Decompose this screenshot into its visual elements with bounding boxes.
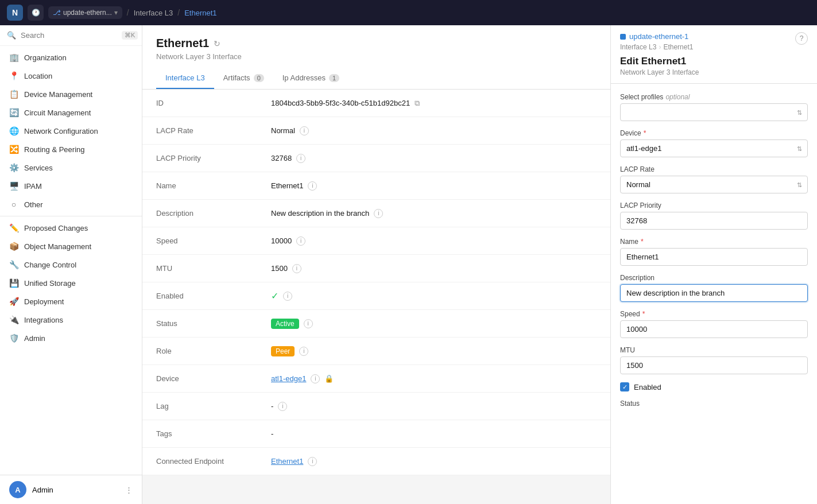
- device-select[interactable]: atl1-edge1: [620, 139, 808, 157]
- content-area: Ethernet1 ↻ Network Layer 3 Interface In…: [142, 25, 610, 504]
- topbar: N 🕐 ⎇ update-ethern... ▾ / Interface L3 …: [0, 0, 817, 25]
- sidebar-label-network-configuration: Network Configuration: [24, 127, 98, 135]
- row-key-status: Status: [156, 319, 271, 328]
- device-lock-icon: 🔒: [324, 374, 334, 383]
- lacp-rate-form-label: LACP Rate: [620, 165, 808, 173]
- lacp-rate-select-wrap: Normal Fast: [620, 176, 808, 193]
- form-group-select-profiles: Select profiles optional: [620, 93, 808, 121]
- table-row: MTU 1500 i: [142, 255, 610, 282]
- sidebar-item-proposed-changes[interactable]: ✏️ Proposed Changes: [0, 219, 142, 237]
- mtu-info-icon[interactable]: i: [292, 264, 301, 273]
- sidebar-item-admin[interactable]: 🛡️ Admin: [0, 329, 142, 347]
- object-management-icon: 📦: [9, 242, 18, 251]
- rp-header-info: update-ethernet-1 Interface L3 › Etherne…: [620, 32, 795, 76]
- role-badge: Peer: [271, 346, 295, 356]
- status-info-icon[interactable]: i: [304, 319, 313, 328]
- row-val-speed: 10000 i: [271, 237, 597, 246]
- sidebar-item-services[interactable]: ⚙️ Services: [0, 158, 142, 177]
- user-menu-icon[interactable]: ⋮: [125, 486, 133, 494]
- lacp-priority-info-icon[interactable]: i: [296, 154, 305, 163]
- enabled-info-icon[interactable]: i: [283, 292, 292, 301]
- sidebar-item-integrations[interactable]: 🔌 Integrations: [0, 311, 142, 329]
- speed-value: 10000: [271, 237, 292, 245]
- sidebar-item-circuit-management[interactable]: 🔄 Circuit Management: [0, 103, 142, 122]
- row-val-description: New description in the branch i: [271, 209, 597, 218]
- breadcrumb-interface-l3[interactable]: Interface L3: [134, 9, 173, 17]
- clock-icon[interactable]: 🕐: [28, 5, 44, 21]
- rp-title: Edit Ethernet1: [620, 56, 795, 67]
- enabled-checkbox-row: ✓ Enabled: [620, 382, 808, 391]
- sidebar-item-network-configuration[interactable]: 🌐 Network Configuration: [0, 122, 142, 140]
- sidebar-label-other: Other: [24, 200, 43, 209]
- rp-branch-badge: update-ethernet-1: [620, 32, 795, 41]
- sidebar-item-routing-peering[interactable]: 🔀 Routing & Peering: [0, 140, 142, 158]
- description-info-icon[interactable]: i: [374, 209, 383, 218]
- speed-info-icon[interactable]: i: [296, 237, 305, 246]
- sidebar-item-change-control[interactable]: 🔧 Change Control: [0, 255, 142, 274]
- select-profiles-input[interactable]: [620, 103, 808, 121]
- rp-help-button[interactable]: ?: [795, 32, 808, 45]
- form-group-description: Description: [620, 274, 808, 302]
- lacp-priority-input[interactable]: [620, 212, 808, 230]
- sidebar-item-location[interactable]: 📍 Location: [0, 67, 142, 85]
- breadcrumb-sep-2: /: [177, 8, 180, 17]
- row-val-device: atl1-edge1 i 🔒: [271, 374, 597, 383]
- row-val-name: Ethernet1 i: [271, 181, 597, 191]
- tab-artifacts-badge: 0: [254, 74, 264, 82]
- tab-ip-addresses[interactable]: Ip Addresses 1: [273, 68, 349, 89]
- sidebar-item-ipam[interactable]: 🖥️ IPAM: [0, 177, 142, 195]
- enabled-checkbox[interactable]: ✓: [620, 382, 629, 391]
- search-input[interactable]: [21, 31, 117, 40]
- tab-artifacts[interactable]: Artifacts 0: [214, 68, 273, 89]
- content-header: Ethernet1 ↻ Network Layer 3 Interface In…: [142, 25, 610, 90]
- sidebar-item-other[interactable]: ○ Other: [0, 195, 142, 214]
- app-logo[interactable]: N: [7, 5, 23, 21]
- sidebar-label-deployment: Deployment: [24, 297, 64, 306]
- table-row: ID 1804bcd3-5bb9-5f3c-340b-c51b1d92bc21 …: [142, 90, 610, 117]
- row-key-lacp-priority: LACP Priority: [156, 154, 271, 162]
- lacp-rate-info-icon[interactable]: i: [300, 126, 309, 135]
- select-profiles-label: Select profiles optional: [620, 93, 808, 101]
- status-badge: Active: [271, 319, 299, 329]
- sidebar-item-object-management[interactable]: 📦 Object Management: [0, 237, 142, 255]
- row-val-role: Peer i: [271, 346, 597, 356]
- breadcrumb-ethernet1[interactable]: Ethernet1: [184, 9, 216, 17]
- row-val-enabled: ✓ i: [271, 290, 597, 301]
- device-info-icon[interactable]: i: [311, 374, 320, 383]
- connected-endpoint-link[interactable]: Ethernet1: [271, 457, 303, 466]
- sidebar-item-deployment[interactable]: 🚀 Deployment: [0, 292, 142, 311]
- connected-endpoint-info-icon[interactable]: i: [308, 457, 317, 466]
- tab-interface-l3-label: Interface L3: [165, 73, 205, 82]
- table-row: Device atl1-edge1 i 🔒: [142, 365, 610, 393]
- sidebar-label-change-control: Change Control: [24, 261, 76, 269]
- description-input[interactable]: [620, 284, 808, 302]
- lag-info-icon[interactable]: i: [278, 402, 287, 411]
- lacp-rate-select[interactable]: Normal Fast: [620, 176, 808, 193]
- avatar: A: [9, 481, 26, 498]
- search-bar[interactable]: 🔍 ⌘K: [0, 25, 142, 46]
- tab-ip-addresses-label: Ip Addresses: [282, 73, 326, 82]
- change-control-icon: 🔧: [9, 260, 18, 269]
- page-title-row: Ethernet1 ↻: [156, 37, 597, 50]
- speed-input[interactable]: [620, 320, 808, 338]
- tab-interface-l3[interactable]: Interface L3: [156, 68, 214, 89]
- sidebar-item-device-management[interactable]: 📋 Device Management: [0, 85, 142, 103]
- name-info-icon[interactable]: i: [308, 181, 317, 191]
- row-key-lacp-rate: LACP Rate: [156, 126, 271, 135]
- role-info-icon[interactable]: i: [299, 347, 308, 356]
- tab-artifacts-label: Artifacts: [223, 73, 250, 82]
- sidebar-item-unified-storage[interactable]: 💾 Unified Storage: [0, 274, 142, 292]
- rp-branch-name: update-ethernet-1: [629, 32, 688, 41]
- proposed-changes-icon: ✏️: [9, 223, 18, 232]
- branch-selector[interactable]: ⎇ update-ethern... ▾: [48, 6, 122, 19]
- refresh-icon[interactable]: ↻: [214, 39, 220, 48]
- name-input[interactable]: [620, 248, 808, 266]
- user-profile[interactable]: A Admin: [9, 481, 53, 498]
- copy-id-icon[interactable]: ⧉: [415, 99, 420, 108]
- admin-icon: 🛡️: [9, 334, 18, 343]
- mtu-input[interactable]: [620, 356, 808, 374]
- detail-table: ID 1804bcd3-5bb9-5f3c-340b-c51b1d92bc21 …: [142, 90, 610, 475]
- user-name: Admin: [32, 486, 53, 494]
- device-link[interactable]: atl1-edge1: [271, 374, 306, 383]
- sidebar-item-organization[interactable]: 🏢 Organization: [0, 48, 142, 67]
